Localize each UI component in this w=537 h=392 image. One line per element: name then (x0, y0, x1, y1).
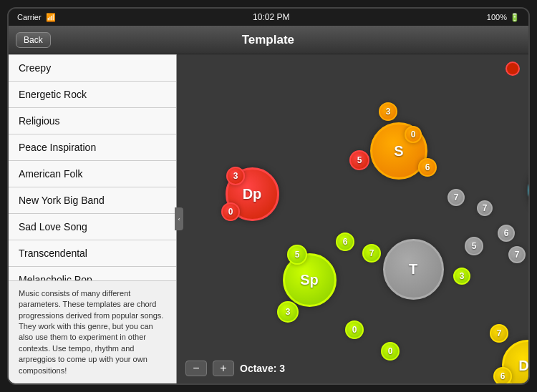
small-node-label-24: 7 (497, 328, 502, 338)
small-node-20[interactable]: 0 (345, 320, 364, 339)
battery-icon: 🔋 (510, 13, 520, 22)
wifi-icon: 📶 (46, 13, 56, 21)
small-node-label-26: 0 (388, 346, 393, 356)
main-content: CreepyEnergetic RockReligiousPeace Inspi… (9, 54, 528, 383)
small-node-label-10: 6 (504, 228, 509, 238)
small-node-5[interactable]: 7 (448, 189, 465, 206)
small-node-26[interactable]: 0 (381, 342, 400, 361)
small-node-19[interactable]: 3 (277, 301, 299, 323)
sidebar-item-american-folk[interactable]: American Folk (9, 161, 176, 187)
sidebar-item-transcendental[interactable]: Transcendental (9, 240, 176, 267)
node-label-s: S (394, 143, 403, 160)
device-frame: Carrier 📶 10:02 PM 100% 🔋 Back Template … (7, 7, 530, 385)
small-node-label-4: 3 (233, 171, 238, 181)
node-label-sp: Sp (300, 272, 319, 288)
sidebar-item-energetic-rock[interactable]: Energetic Rock (9, 82, 176, 108)
small-node-7[interactable]: 7 (477, 200, 493, 216)
sidebar-item-religious[interactable]: Religious (9, 108, 176, 134)
small-node-label-0: 3 (386, 107, 391, 117)
carrier-text: Carrier 📶 (17, 13, 56, 22)
sidebar-description: Music consists of many different paramet… (9, 280, 176, 383)
small-node-6[interactable]: 0 (221, 202, 240, 221)
small-node-label-17: 5 (295, 250, 300, 260)
collapse-handle[interactable]: ‹ (175, 207, 183, 230)
node-label-dp: Dp (243, 186, 262, 202)
node-label-d7: D7 (518, 358, 528, 374)
small-node-label-7: 7 (483, 203, 488, 213)
decrement-octave-button[interactable]: − (185, 361, 207, 376)
nav-bar: Back Template (9, 26, 528, 54)
small-node-label-27: 6 (500, 371, 505, 381)
small-node-3[interactable]: 6 (418, 158, 437, 177)
small-node-label-20: 0 (352, 325, 357, 335)
octave-label: Octave: 3 (240, 363, 285, 374)
small-node-0[interactable]: 3 (379, 102, 397, 121)
small-node-label-18: 3 (460, 271, 465, 281)
small-node-24[interactable]: 7 (490, 324, 508, 343)
small-node-15[interactable]: 6 (336, 232, 354, 251)
sidebar-item-sad-love-song[interactable]: Sad Love Song (9, 214, 176, 240)
increment-octave-button[interactable]: + (213, 361, 234, 376)
record-button[interactable] (505, 62, 520, 76)
bottom-controls: − + Octave: 3 (185, 361, 285, 376)
sidebar-item-creepy[interactable]: Creepy (9, 54, 176, 82)
small-node-label-5: 7 (454, 192, 459, 202)
small-node-2[interactable]: 5 (349, 150, 369, 170)
nav-title: Template (51, 33, 485, 47)
battery-label: 100% (487, 13, 507, 21)
sidebar-item-melancholic-pop[interactable]: Melancholic Pop (9, 267, 176, 280)
small-node-12[interactable]: 7 (508, 246, 526, 263)
small-node-16[interactable]: 7 (362, 244, 381, 263)
node-t[interactable]: T (383, 239, 444, 300)
small-node-label-16: 7 (369, 248, 374, 258)
battery-area: 100% 🔋 (487, 13, 520, 22)
small-node-10[interactable]: 6 (498, 225, 515, 242)
time-display: 10:02 PM (253, 12, 289, 22)
node-label-t: T (409, 261, 417, 278)
back-button[interactable]: Back (16, 32, 51, 48)
sidebar-item-new-york-big-band[interactable]: New York Big Band (9, 187, 176, 214)
small-node-label-11: 5 (472, 241, 477, 251)
small-node-label-12: 7 (515, 250, 520, 260)
small-node-1[interactable]: 0 (405, 126, 422, 143)
small-node-label-15: 6 (343, 237, 348, 247)
visualization-area[interactable]: − + Octave: 3 DpSTDSpTpD7305637070365765… (177, 54, 528, 383)
small-node-label-1: 0 (411, 129, 416, 139)
small-node-18[interactable]: 3 (453, 268, 470, 285)
status-bar: Carrier 📶 10:02 PM 100% 🔋 (9, 9, 528, 26)
small-node-label-2: 5 (357, 155, 362, 165)
node-d[interactable]: D (528, 162, 528, 219)
small-node-17[interactable]: 5 (287, 245, 307, 265)
small-node-11[interactable]: 5 (465, 237, 483, 255)
template-list: CreepyEnergetic RockReligiousPeace Inspi… (9, 54, 176, 280)
small-node-label-19: 3 (286, 307, 291, 317)
small-node-4[interactable]: 3 (226, 167, 245, 185)
sidebar: CreepyEnergetic RockReligiousPeace Inspi… (9, 54, 177, 383)
carrier-label: Carrier (17, 13, 42, 21)
small-node-label-6: 0 (228, 207, 233, 217)
small-node-27[interactable]: 6 (493, 367, 512, 383)
small-node-label-3: 6 (425, 162, 430, 172)
sidebar-item-peace-inspiration[interactable]: Peace Inspiration (9, 134, 176, 161)
